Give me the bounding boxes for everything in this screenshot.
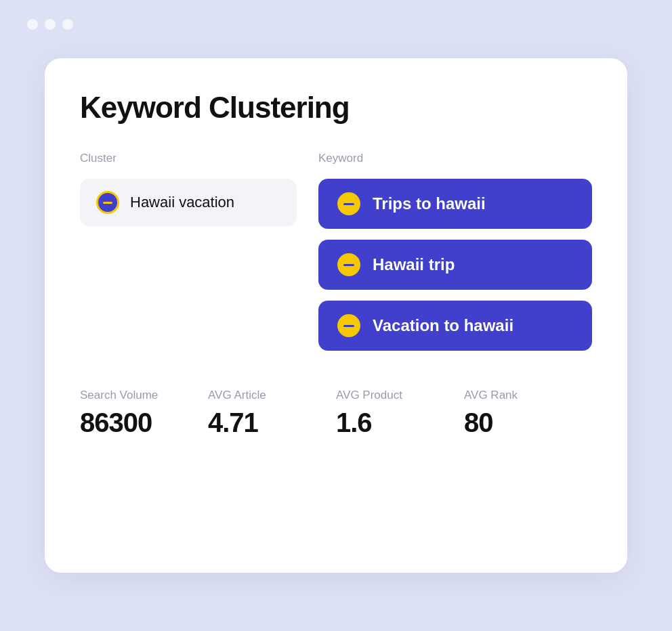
stat-search-volume: Search Volume 86300 [80,389,208,438]
keyword-label-1: Hawaii trip [373,255,455,274]
window-controls [27,19,73,30]
keyword-column: Keyword Trips to hawaii Hawaii trip Vaca… [318,152,592,351]
stat-value-avg-rank: 80 [464,408,592,438]
keyword-item-0[interactable]: Trips to hawaii [318,179,592,229]
cluster-column: Cluster Hawaii vacation [80,152,297,351]
stat-value-avg-article: 4.71 [208,408,336,438]
stat-label-avg-rank: AVG Rank [464,389,592,402]
stat-value-search-volume: 86300 [80,408,208,438]
card: Keyword Clustering Cluster Hawaii vacati… [45,58,627,573]
stat-avg-rank: AVG Rank 80 [464,389,592,438]
keyword-label-0: Trips to hawaii [373,194,486,213]
columns-row: Cluster Hawaii vacation Keyword Trips to… [80,152,592,351]
stat-label-avg-product: AVG Product [336,389,464,402]
stat-value-avg-product: 1.6 [336,408,464,438]
minus-icon-2 [337,314,360,337]
stat-label-avg-article: AVG Article [208,389,336,402]
cluster-column-label: Cluster [80,152,297,165]
cluster-item-label: Hawaii vacation [130,194,234,211]
stats-row: Search Volume 86300 AVG Article 4.71 AVG… [80,389,592,438]
stat-avg-article: AVG Article 4.71 [208,389,336,438]
keyword-item-2[interactable]: Vacation to hawaii [318,301,592,351]
window-dot-3 [62,19,73,30]
keyword-item-1[interactable]: Hawaii trip [318,240,592,290]
keyword-label-2: Vacation to hawaii [373,316,513,335]
stat-label-search-volume: Search Volume [80,389,208,402]
page-title: Keyword Clustering [80,91,592,125]
window-dot-2 [45,19,56,30]
minus-icon-0 [337,192,360,215]
keyword-column-label: Keyword [318,152,592,165]
cluster-item[interactable]: Hawaii vacation [80,179,297,226]
stat-avg-product: AVG Product 1.6 [336,389,464,438]
minus-icon-cluster [96,191,119,214]
minus-icon-1 [337,253,360,276]
window-dot-1 [27,19,38,30]
